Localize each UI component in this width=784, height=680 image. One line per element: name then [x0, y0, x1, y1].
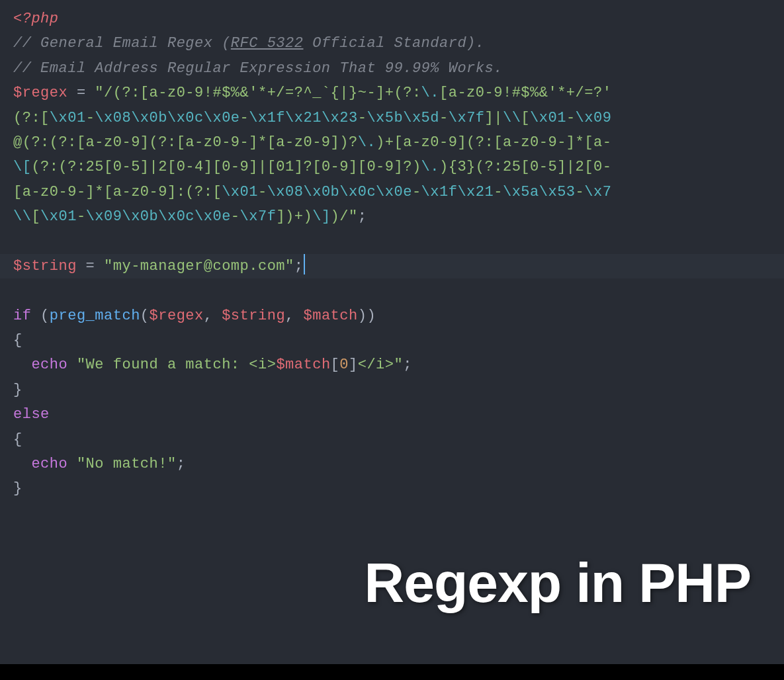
code-line-brace-close[interactable]: }	[13, 476, 771, 501]
overlay-title: Regexp in PHP	[365, 536, 751, 630]
keyword-else: else	[13, 406, 50, 423]
function-preg-match: preg_match	[50, 308, 140, 324]
bottom-bar	[0, 664, 784, 680]
code-line-regex-6[interactable]: \\[\x01-\x09\x0b\x0c\x0e-\x7f])+)\])/";	[13, 204, 771, 229]
code-line-echo-1[interactable]: echo "We found a match: <i>$match[0]</i>…	[13, 353, 771, 377]
code-line-brace-open[interactable]: {	[13, 328, 771, 353]
keyword-echo: echo	[31, 456, 67, 472]
code-line-else[interactable]: else	[13, 402, 771, 427]
comment-text: // General Email Regex (RFC 5322 Officia…	[13, 35, 485, 52]
code-line-regex-1[interactable]: $regex = "/(?:[a-z0-9!#$%&'*+/=?^_`{|}~-…	[13, 81, 771, 105]
code-line-brace-open[interactable]: {	[13, 427, 771, 452]
variable-regex: $regex	[13, 85, 67, 101]
code-line-blank[interactable]	[13, 278, 771, 303]
code-line-regex-5[interactable]: [a-z0-9-]*[a-z0-9]:(?:[\x01-\x08\x0b\x0c…	[13, 180, 771, 204]
code-line-blank[interactable]	[13, 230, 771, 254]
code-line-regex-3[interactable]: @(?:(?:[a-z0-9](?:[a-z0-9-]*[a-z0-9])?\.…	[13, 130, 771, 155]
text-cursor	[304, 254, 305, 275]
variable-string: $string	[13, 258, 77, 275]
code-line-php-open[interactable]: <?php	[13, 7, 771, 31]
code-line-comment-2[interactable]: // Email Address Regular Expression That…	[13, 56, 771, 81]
code-line-regex-2[interactable]: (?:[\x01-\x08\x0b\x0c\x0e-\x1f\x21\x23-\…	[13, 106, 771, 130]
comment-text: // Email Address Regular Expression That…	[13, 60, 503, 77]
code-line-regex-4[interactable]: \[(?:(?:25[0-5]|2[0-4][0-9]|[01]?[0-9][0…	[13, 155, 771, 179]
code-line-echo-2[interactable]: echo "No match!";	[13, 452, 771, 476]
keyword-if: if	[13, 308, 31, 324]
php-open-tag: <?php	[13, 11, 59, 27]
code-line-if[interactable]: if (preg_match($regex, $string, $match))	[13, 304, 771, 328]
code-line-brace-close[interactable]: }	[13, 378, 771, 402]
keyword-echo: echo	[31, 357, 67, 373]
code-line-string-assign[interactable]: $string = "my-manager@comp.com";	[0, 254, 784, 278]
variable-match: $match	[304, 308, 358, 324]
code-line-comment-1[interactable]: // General Email Regex (RFC 5322 Officia…	[13, 31, 771, 56]
